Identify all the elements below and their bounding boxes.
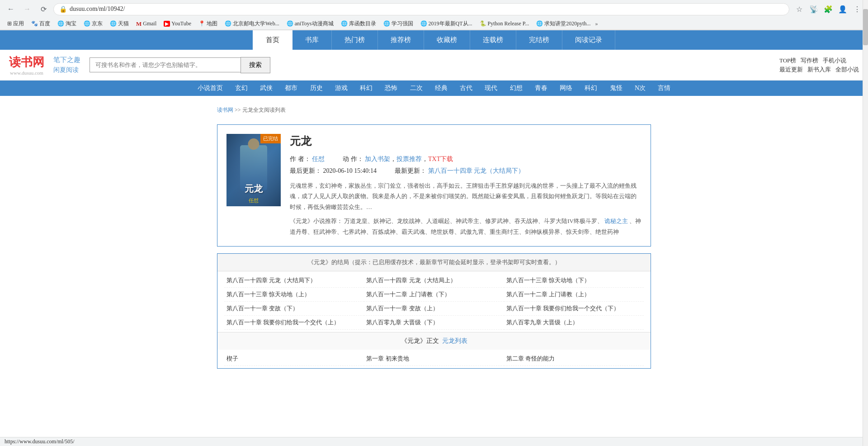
- chapter-grid: 第八百一十四章 元龙（大结局下） 第八百一十四章 元龙（大结局上） 第八百一十三…: [217, 271, 651, 332]
- logo-text[interactable]: 读书网: [9, 54, 44, 70]
- site-nav: 首页 书库 热门榜 推荐榜 收藏榜 连载榜 完结榜 阅读记录: [0, 30, 868, 50]
- bookmark-kuhan[interactable]: 🌐 库函数目录: [338, 19, 379, 28]
- chapter-link[interactable]: 第八百一十三章 惊天动地（下）: [506, 277, 590, 284]
- bookmark-tmall[interactable]: 🌐 天猫: [107, 19, 132, 28]
- bookmark-qt[interactable]: 🌐 2019年最新QT从...: [418, 19, 475, 28]
- write-rank-link[interactable]: 写作榜: [801, 57, 818, 65]
- nav-finishrank[interactable]: 完结榜: [516, 30, 562, 50]
- chapter-link[interactable]: 第八百一十三章 惊天动地（上）: [226, 291, 310, 298]
- cat-kehuan[interactable]: 科幻: [360, 85, 373, 91]
- more-bookmarks: »: [595, 20, 598, 27]
- cat-nci[interactable]: N次: [635, 85, 646, 91]
- chapter-link[interactable]: 第八百零九章 大晋级（下）: [366, 319, 438, 326]
- cat-lishi[interactable]: 历史: [310, 85, 323, 91]
- cat-wuxia[interactable]: 武侠: [260, 85, 273, 91]
- breadcrumb-home[interactable]: 读书网: [217, 107, 233, 113]
- bookmark-xuexi[interactable]: 🌐 学习强国: [381, 19, 416, 28]
- cat-erci[interactable]: 二次: [410, 85, 423, 91]
- chapter-bottom-link[interactable]: 第一章 初来贵地: [366, 355, 409, 362]
- forward-button[interactable]: →: [21, 3, 33, 15]
- address-bar[interactable]: 🔒 dusuu.com/ml/10942/: [53, 3, 789, 15]
- bookmark-taobao[interactable]: 🌐 淘宝: [55, 19, 79, 28]
- cat-wangluo[interactable]: 网络: [560, 85, 572, 91]
- bookmark-python[interactable]: 🐍 Python Release P...: [477, 19, 532, 28]
- bookmark-maps[interactable]: 📍 地图: [196, 19, 220, 28]
- cat-guiguai[interactable]: 鬼怪: [610, 85, 623, 91]
- list-item: 第八百一十三章 惊天动地（下）: [504, 274, 644, 288]
- bookmark-apps-label: 应用: [13, 20, 24, 28]
- chapter-section-header: 《元龙》的结局（提示：已启用缓存技术，最新章节可能会延时显示，登录书架即可实时查…: [217, 254, 651, 271]
- chapter-list-link[interactable]: 元龙列表: [442, 337, 467, 344]
- nav-hotrank[interactable]: 热门榜: [332, 30, 378, 50]
- nav-recrank[interactable]: 推荐榜: [378, 30, 424, 50]
- mobile-novel-link[interactable]: 手机小说: [823, 57, 846, 65]
- list-item: 第八百一十四章 元龙（大结局下）: [224, 274, 364, 288]
- profile-button[interactable]: 👤: [836, 3, 849, 15]
- action-area: 动 作： 加入书架，投票推荐，TXT下载: [343, 155, 453, 163]
- cat-yanqing[interactable]: 言情: [658, 85, 670, 91]
- chapter-link[interactable]: 第八百零九章 大晋级（上）: [506, 319, 578, 326]
- back-button[interactable]: ←: [5, 3, 17, 15]
- author-link[interactable]: 任怼: [312, 156, 325, 162]
- vote-recommend-link[interactable]: 投票推荐: [396, 156, 422, 162]
- txt-download-link[interactable]: TXT下载: [428, 156, 453, 162]
- cat-huanxiang[interactable]: 幻想: [510, 85, 523, 91]
- book-update-row: 最后更新： 2020-06-10 15:40:14 最新更新： 第八百一十四章 …: [290, 167, 642, 175]
- search-input[interactable]: [90, 57, 241, 72]
- reload-button[interactable]: ⟳: [37, 3, 50, 15]
- cat-kehuan2[interactable]: 科幻: [585, 85, 597, 91]
- bookmark-xuexi-label: 学习强国: [392, 20, 413, 28]
- bookmark-gmail[interactable]: M Gmail: [133, 19, 159, 28]
- bookmark-star-button[interactable]: ☆: [793, 3, 806, 15]
- bookmark-qiuzhi[interactable]: 🌐 求知讲堂2020pyth...: [533, 19, 593, 28]
- chapter-bottom-link[interactable]: 楔子: [226, 355, 238, 362]
- top-rank-link[interactable]: TOP榜: [779, 57, 796, 65]
- bookmark-apps[interactable]: ⊞ 应用: [5, 19, 27, 28]
- chapter-link[interactable]: 第八百一十一章 变故（下）: [226, 305, 298, 312]
- chapter-link[interactable]: 第八百一十章 我要你们给我一个交代（上）: [226, 319, 340, 326]
- book-cover-wrap: 元龙 任怼 已完结: [226, 134, 281, 237]
- extensions-button[interactable]: 🧩: [822, 3, 835, 15]
- bookmark-kuhan-label: 库函数目录: [349, 20, 376, 28]
- tagline-line1: 笔下之趣: [53, 54, 80, 65]
- chapter-bottom-link[interactable]: 第二章 奇怪的能力: [506, 355, 555, 362]
- chapter-link[interactable]: 第八百一十四章 元龙（大结局上）: [366, 277, 456, 284]
- bookmark-jd[interactable]: 🌐 京东: [81, 19, 105, 28]
- list-item: 第二章 奇怪的能力: [504, 352, 644, 366]
- bookmark-youtube[interactable]: ▶ YouTube: [161, 19, 194, 28]
- scrollbar[interactable]: [863, 0, 868, 375]
- chapter-link[interactable]: 第八百一十二章 上门请教（下）: [366, 291, 450, 298]
- cat-home[interactable]: 小说首页: [198, 85, 223, 91]
- nav-home[interactable]: 首页: [253, 30, 292, 50]
- nav-readhistory[interactable]: 阅读记录: [562, 30, 615, 50]
- chapter-link[interactable]: 第八百一十一章 变故（上）: [366, 305, 438, 312]
- chapter-link[interactable]: 第八百一十二章 上门请教（上）: [506, 291, 590, 298]
- cat-jingdian[interactable]: 经典: [435, 85, 448, 91]
- chapter-link[interactable]: 第八百一十四章 元龙（大结局下）: [226, 277, 316, 284]
- cat-gudai[interactable]: 古代: [460, 85, 472, 91]
- scrollbar-thumb[interactable]: [863, 9, 868, 45]
- rec-link[interactable]: 诡秘之主: [604, 218, 628, 224]
- all-novels-link[interactable]: 全部小说: [835, 66, 859, 74]
- cat-qingchun[interactable]: 青春: [535, 85, 547, 91]
- cat-youxi[interactable]: 游戏: [335, 85, 348, 91]
- chapter-link[interactable]: 第八百一十章 我要你们给我一个交代（下）: [506, 305, 619, 312]
- menu-button[interactable]: ⋮: [851, 3, 863, 15]
- add-bookshelf-link[interactable]: 加入书架: [365, 156, 390, 162]
- nav-library[interactable]: 书库: [292, 30, 332, 50]
- nav-serialrank[interactable]: 连载榜: [470, 30, 516, 50]
- cat-dushi[interactable]: 都市: [285, 85, 297, 91]
- bookmark-anitoys[interactable]: 🌐 aniToys动漫商城: [284, 19, 336, 28]
- cat-kongbu[interactable]: 恐怖: [385, 85, 397, 91]
- search-button[interactable]: 搜索: [241, 57, 270, 73]
- recent-update-link[interactable]: 最近更新: [779, 66, 803, 74]
- cat-xuanhuan[interactable]: 玄幻: [235, 85, 248, 91]
- nav-favrank[interactable]: 收藏榜: [424, 30, 470, 50]
- bookmark-baidu[interactable]: 🐾 百度: [28, 19, 53, 28]
- cat-xiandai[interactable]: 现代: [485, 85, 497, 91]
- new-books-link[interactable]: 新书入库: [807, 66, 831, 74]
- bookmark-bupt[interactable]: 🌐 北京邮电大学Web...: [222, 19, 282, 28]
- logo-url: www.dusuu.com: [10, 70, 43, 76]
- latest-chapter-link[interactable]: 第八百一十四章 元龙（大结局下）: [428, 167, 525, 174]
- cast-button[interactable]: 📡: [807, 3, 820, 15]
